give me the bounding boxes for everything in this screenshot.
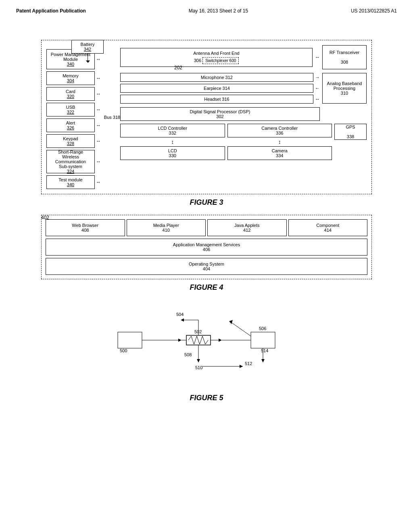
- analog-baseband-ref: 310: [341, 91, 348, 96]
- fig5-arrowhead-508: [197, 359, 200, 362]
- figure3-caption: FIGURE 3: [16, 198, 397, 207]
- test-module-ref: 340: [49, 182, 92, 187]
- java-applets-label: Java Applets: [234, 223, 259, 228]
- camera-box: Camera 334: [227, 146, 332, 160]
- os-ref: 404: [203, 266, 210, 271]
- card-label: Card: [66, 89, 75, 94]
- header-date-sheet: May 16, 2013 Sheet 2 of 15: [189, 8, 248, 14]
- lcd-controller-box: LCD Controller 332: [120, 124, 225, 137]
- fig5-arrowhead-top: [181, 318, 184, 322]
- dsp-label: Digital Signal Processor (DSP): [190, 109, 250, 114]
- web-browser-label: Web Browser: [72, 223, 98, 228]
- arrow-lcd-down: ↕: [171, 139, 174, 145]
- gps-box: GPS 338: [334, 124, 367, 140]
- fig5-line-506-left: [231, 322, 251, 336]
- camera-controller-box: Camera Controller 336: [227, 124, 332, 137]
- keypad-box: Keypad 328: [46, 134, 95, 148]
- fig5-arrowhead-506l: [229, 320, 233, 324]
- arrow-usb: ↔: [96, 107, 101, 112]
- memory-label: Memory: [63, 73, 79, 78]
- antenna-box: Antenna And Front End 306 Switchplexer 6…: [120, 48, 313, 67]
- label-502: 502: [194, 329, 202, 334]
- alert-box: Alert 326: [46, 118, 95, 132]
- fig5-box-506: [251, 332, 275, 348]
- arrow-mic: →: [315, 75, 320, 80]
- fig5-arrowhead-512: [240, 365, 243, 368]
- antenna-ref: 306: [194, 58, 201, 63]
- label-506: 506: [259, 326, 266, 331]
- headset-box: Headset 316: [120, 95, 313, 104]
- bus-text: Bus 318: [104, 115, 120, 120]
- short-range-label: Short-Range WirelessCommunicationSub-sys…: [49, 150, 92, 169]
- bus-label: Bus 318: [106, 45, 118, 189]
- memory-box: Memory 304: [46, 71, 95, 85]
- label-510: 510: [195, 365, 202, 370]
- battery-box: Battery 342: [71, 40, 104, 54]
- dsp-box: Digital Signal Processor (DSP) 302: [120, 107, 320, 121]
- page: Patent Application Publication May 16, 2…: [0, 0, 413, 532]
- lcd-controller-label: LCD Controller: [158, 126, 187, 131]
- alert-ref: 326: [49, 125, 92, 130]
- usb-label: USB: [66, 105, 75, 110]
- arrow-card: ↔: [96, 91, 101, 97]
- earpiece-box: Earpiece 314: [120, 84, 313, 93]
- figure5-container: 504 506 514 502 500 510 508 512: [106, 300, 307, 390]
- arrow-tm: ↔: [96, 179, 101, 185]
- arrow-headset: ↔: [315, 96, 320, 102]
- page-header: Patent Application Publication May 16, 2…: [16, 8, 397, 14]
- camera-controller-label: Camera Controller: [261, 126, 298, 131]
- java-applets-box: Java Applets 412: [207, 219, 287, 236]
- headset-ref: 316: [222, 97, 229, 102]
- fig3-outer-box: Power ManagementModule 340 ↔ Memory 304 …: [41, 40, 372, 194]
- arrow-cam-down: ↕: [278, 139, 281, 145]
- headset-label: Headset: [204, 97, 222, 102]
- rf-transceiver-box: RF Transceiver 308: [322, 45, 367, 69]
- rf-transceiver-ref: 308: [325, 60, 364, 64]
- arrow-mem: ↔: [96, 75, 101, 81]
- microphone-ref: 312: [225, 75, 233, 80]
- figure5-caption: FIGURE 5: [16, 394, 397, 402]
- gps-ref: 338: [337, 134, 364, 139]
- arrow-ant-rf: ↔: [315, 54, 320, 60]
- keypad-label: Keypad: [63, 136, 78, 141]
- web-browser-box: Web Browser 408: [46, 219, 125, 236]
- arrow-ear: ←: [315, 85, 320, 91]
- figure5-svg: 504 506 514 502 500 510 508 512: [106, 300, 307, 389]
- power-mgmt-ref: 340: [67, 62, 74, 66]
- fig5-arrowhead-2: [219, 339, 222, 342]
- label-500: 500: [120, 348, 127, 353]
- fig4-outer-box: Web Browser 408 Media Player 410 Java Ap…: [41, 215, 372, 279]
- rf-transceiver-label: RF Transceiver: [325, 50, 364, 55]
- lcd-ref: 330: [169, 153, 176, 158]
- fig5-arrowhead-1: [178, 339, 181, 342]
- figure4-caption: FIGURE 4: [16, 283, 397, 292]
- camera-ref: 334: [276, 153, 283, 158]
- card-ref: 320: [49, 94, 92, 99]
- switchplexer-label: Switchplexer 600: [205, 58, 236, 63]
- short-range-ref: 324: [67, 169, 74, 174]
- app-mgmt-ref: 406: [203, 247, 210, 252]
- usb-box: USB 322: [46, 103, 95, 116]
- keypad-ref: 328: [49, 141, 92, 146]
- os-box: Operating System 404: [46, 258, 367, 275]
- java-applets-ref: 412: [243, 228, 250, 233]
- microphone-label: Microphone: [201, 75, 225, 80]
- component-box: Component 414: [288, 219, 368, 236]
- arrow-alert: ↔: [96, 123, 101, 128]
- short-range-box: Short-Range WirelessCommunicationSub-sys…: [46, 150, 95, 173]
- os-label: Operating System: [189, 262, 224, 266]
- dsp-ref: 302: [216, 114, 223, 119]
- label-512: 512: [245, 361, 252, 366]
- camera-label: Camera: [272, 148, 288, 153]
- microphone-box: Microphone 312: [120, 73, 313, 82]
- fig5-box-500: [118, 332, 142, 348]
- test-module-box: Test module 340: [46, 175, 95, 189]
- gps-label: GPS: [337, 125, 364, 129]
- lcd-controller-ref: 332: [169, 131, 176, 135]
- earpiece-label: Earpiece: [204, 86, 222, 91]
- header-publication: Patent Application Publication: [16, 8, 86, 14]
- component-ref: 414: [324, 228, 332, 233]
- app-mgmt-label: Application Management Services: [173, 242, 240, 247]
- usb-ref: 322: [49, 110, 92, 114]
- media-player-label: Media Player: [153, 223, 179, 228]
